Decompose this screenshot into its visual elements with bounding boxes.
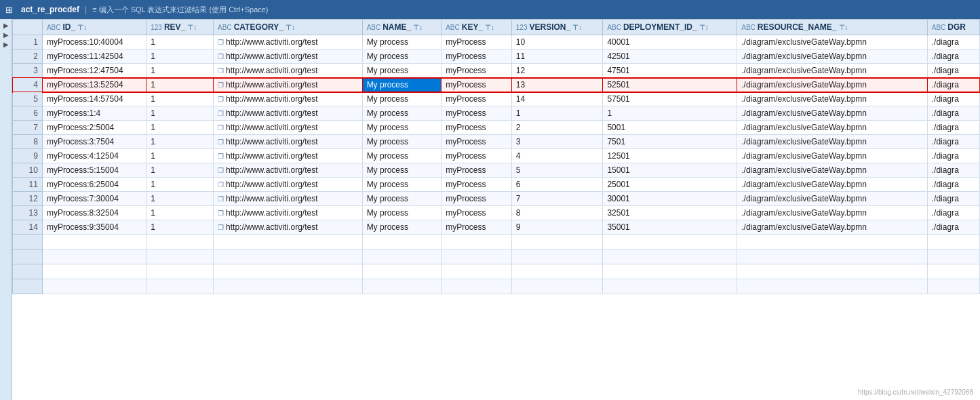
filter-icon-rev[interactable]: ⊤↕ <box>187 24 197 31</box>
cell-deployment: 40001 <box>603 35 737 49</box>
table-row[interactable]: 3myProcess:12:475041❐http://www.activiti… <box>13 64 980 78</box>
cell-dgr: ./diagra <box>927 49 979 64</box>
col-header-rev[interactable]: 123 REV_ ⊤↕ <box>146 20 214 35</box>
col-header-dgr[interactable]: ABC DGR <box>927 20 979 35</box>
cell-id: myProcess:9:35004 <box>42 220 146 235</box>
cell-resource: ./diagram/exclusiveGateWay.bpmn <box>737 149 928 163</box>
filter-icon-key[interactable]: ⊤↕ <box>485 24 494 31</box>
table-row[interactable]: 9myProcess:4:125041❐http://www.activiti.… <box>13 149 980 163</box>
filter-icon-id[interactable]: ⊤↕ <box>77 24 87 31</box>
table-row[interactable]: 13myProcess:8:325041❐http://www.activiti… <box>13 206 980 220</box>
cell-id: myProcess:14:57504 <box>42 92 146 106</box>
table-row[interactable]: 1myProcess:10:400041❐http://www.activiti… <box>13 35 980 49</box>
table-body: 1myProcess:10:400041❐http://www.activiti… <box>13 35 980 294</box>
sidebar-icon-3: ▶ <box>2 41 9 48</box>
table-row[interactable]: 14myProcess:9:350041❐http://www.activiti… <box>13 220 980 235</box>
cell-rev: 1 <box>146 149 214 163</box>
col-header-key[interactable]: ABC KEY_ ⊤↕ <box>442 20 512 35</box>
row-number: 4 <box>13 78 43 92</box>
cell-dgr: ./diagra <box>927 64 979 78</box>
cell-version: 12 <box>511 64 603 78</box>
cell-name: My process <box>362 135 442 149</box>
table-row[interactable]: 6myProcess:1:41❐http://www.activiti.org/… <box>13 106 980 121</box>
cell-rev: 1 <box>146 35 214 49</box>
cell-dgr: ./diagra <box>927 163 979 178</box>
cell-id: myProcess:13:52504 <box>42 78 146 92</box>
cell-category: ❐http://www.activiti.org/test <box>214 192 363 206</box>
filter-icon-resource[interactable]: ⊤↕ <box>839 24 848 31</box>
col-header-name[interactable]: ABC NAME_ ⊤↕ <box>362 20 442 35</box>
col-header-version[interactable]: 123 VERSION_ ⊤↕ <box>511 20 603 35</box>
filter-icon-version[interactable]: ⊤↕ <box>572 24 582 31</box>
empty-row <box>13 264 980 279</box>
table-row[interactable]: 8myProcess:3:75041❐http://www.activiti.o… <box>13 135 980 149</box>
separator: | <box>85 5 87 14</box>
cell-key: myProcess <box>442 149 512 163</box>
col-header-deployment[interactable]: ABC DEPLOYMENT_ID_ ⊤↕ <box>603 20 737 35</box>
cell-dgr: ./diagra <box>927 92 979 106</box>
cell-category: ❐http://www.activiti.org/test <box>214 35 363 49</box>
left-sidebar: ▶ ▶ ▶ <box>0 19 12 400</box>
cell-deployment: 52501 <box>603 78 737 92</box>
cell-version: 9 <box>511 220 603 235</box>
table-row[interactable]: 11myProcess:6:250041❐http://www.activiti… <box>13 178 980 192</box>
cell-rev: 1 <box>146 64 214 78</box>
cell-key: myProcess <box>442 49 512 64</box>
col-header-resource[interactable]: ABC RESOURCE_NAME_ ⊤↕ <box>737 20 928 35</box>
cell-dgr: ./diagra <box>927 135 979 149</box>
table-row[interactable]: 7myProcess:2:50041❐http://www.activiti.o… <box>13 121 980 135</box>
cell-resource: ./diagram/exclusiveGateWay.bpmn <box>737 35 928 49</box>
cell-key: myProcess <box>442 64 512 78</box>
table-row[interactable]: 12myProcess:7:300041❐http://www.activiti… <box>13 192 980 206</box>
cell-category: ❐http://www.activiti.org/test <box>214 121 363 135</box>
cell-resource: ./diagram/exclusiveGateWay.bpmn <box>737 192 928 206</box>
row-number: 2 <box>13 49 43 64</box>
cell-name: My process <box>362 92 442 106</box>
row-number: 13 <box>13 206 43 220</box>
table-row[interactable]: 10myProcess:5:150041❐http://www.activiti… <box>13 163 980 178</box>
cell-rev: 1 <box>146 121 214 135</box>
cell-dgr: ./diagra <box>927 106 979 121</box>
filter-icon-category[interactable]: ⊤↕ <box>286 24 295 31</box>
table-row[interactable]: 2myProcess:11:425041❐http://www.activiti… <box>13 49 980 64</box>
col-header-category[interactable]: ABC CATEGORY_ ⊤↕ <box>214 20 363 35</box>
cell-category: ❐http://www.activiti.org/test <box>214 49 363 64</box>
cell-deployment: 42501 <box>603 49 737 64</box>
expand-icon: ⊞ <box>5 5 13 15</box>
cell-rev: 1 <box>146 163 214 178</box>
sidebar-icon-1: ▶ <box>2 22 9 29</box>
col-header-id[interactable]: ABC ID_ ⊤↕ <box>42 20 146 35</box>
cell-key: myProcess <box>442 178 512 192</box>
cell-name: My process <box>362 192 442 206</box>
row-number: 11 <box>13 178 43 192</box>
cell-id: myProcess:10:40004 <box>42 35 146 49</box>
cell-deployment: 25001 <box>603 178 737 192</box>
cell-id: myProcess:3:7504 <box>42 135 146 149</box>
cell-id: myProcess:8:32504 <box>42 206 146 220</box>
cell-dgr: ./diagra <box>927 220 979 235</box>
cell-category: ❐http://www.activiti.org/test <box>214 178 363 192</box>
cell-version: 5 <box>511 163 603 178</box>
cell-key: myProcess <box>442 78 512 92</box>
cell-category: ❐http://www.activiti.org/test <box>214 92 363 106</box>
top-bar: ⊞ act_re_procdef | ≡ 编入一个 SQL 表达式来过滤结果 (… <box>0 0 980 19</box>
cell-key: myProcess <box>442 206 512 220</box>
filter-icon-name[interactable]: ⊤↕ <box>413 24 423 31</box>
table-row[interactable]: 4myProcess:13:525041❐http://www.activiti… <box>13 78 980 92</box>
cell-resource: ./diagram/exclusiveGateWay.bpmn <box>737 178 928 192</box>
cell-category: ❐http://www.activiti.org/test <box>214 206 363 220</box>
watermark: https://blog.csdn.net/weixin_42792088 <box>858 388 973 396</box>
row-number: 1 <box>13 35 43 49</box>
cell-id: myProcess:6:25004 <box>42 178 146 192</box>
column-header-row: ABC ID_ ⊤↕ 123 REV_ ⊤↕ ABC CATEGORY_ <box>13 20 980 35</box>
table-row[interactable]: 5myProcess:14:575041❐http://www.activiti… <box>13 92 980 106</box>
filter-icon-deployment[interactable]: ⊤↕ <box>699 24 709 31</box>
cell-deployment: 15001 <box>603 163 737 178</box>
cell-key: myProcess <box>442 106 512 121</box>
cell-resource: ./diagram/exclusiveGateWay.bpmn <box>737 64 928 78</box>
cell-category: ❐http://www.activiti.org/test <box>214 149 363 163</box>
cell-rev: 1 <box>146 49 214 64</box>
cell-resource: ./diagram/exclusiveGateWay.bpmn <box>737 163 928 178</box>
row-number: 12 <box>13 192 43 206</box>
cell-version: 7 <box>511 192 603 206</box>
